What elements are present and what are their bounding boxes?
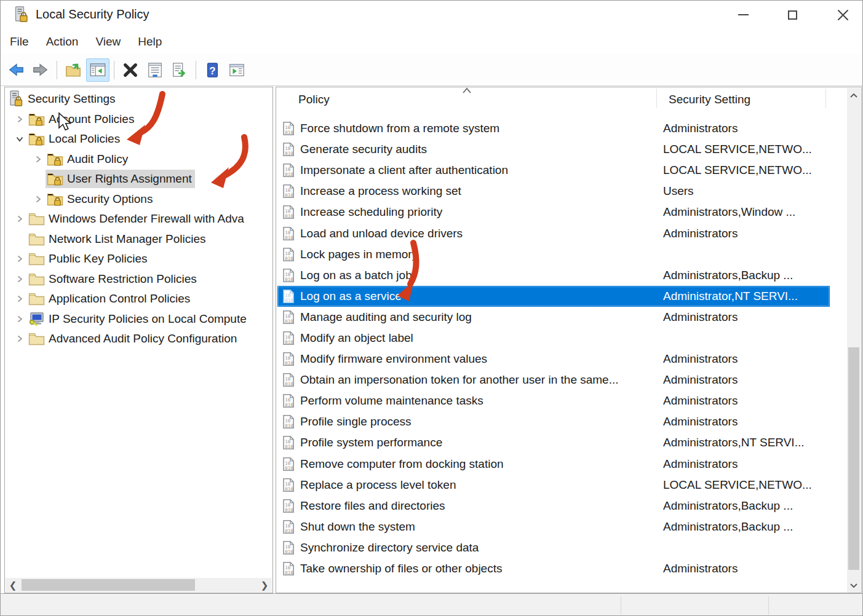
expand-icon[interactable]: [12, 115, 27, 124]
policy-row[interactable]: Replace a process level token LOCAL SERV…: [277, 475, 830, 496]
collapse-icon[interactable]: [12, 135, 27, 143]
tree-item-body[interactable]: Audit Policy: [46, 150, 131, 168]
tree-item-public-key-policies[interactable]: Public Key Policies: [5, 249, 272, 269]
menu-view[interactable]: View: [87, 29, 129, 54]
tree-item-body[interactable]: Local Policies: [27, 130, 123, 148]
policy-row[interactable]: Modify firmware environment values Admin…: [277, 349, 830, 369]
export-list-button[interactable]: [168, 58, 191, 82]
menu-action[interactable]: Action: [38, 29, 87, 54]
list-vertical-scrollbar[interactable]: [847, 88, 861, 593]
properties-button[interactable]: [143, 58, 167, 82]
tree-item-security-settings[interactable]: Security Settings: [5, 89, 272, 109]
tree-item-body[interactable]: Network List Manager Policies: [27, 230, 209, 248]
policy-row[interactable]: Profile system performance Administrator…: [277, 432, 830, 453]
policy-row[interactable]: Increase a process working set Users: [277, 181, 830, 202]
tree-item-body[interactable]: Public Key Policies: [27, 250, 151, 268]
close-button[interactable]: [825, 1, 861, 29]
tree-horizontal-scrollbar[interactable]: ❮ ❯: [6, 578, 272, 592]
policy-doc-icon: [281, 540, 295, 555]
scroll-down-icon[interactable]: [847, 578, 861, 593]
tree-item-application-control-policies[interactable]: Application Control Policies: [5, 289, 272, 309]
tree-item-label: Local Policies: [49, 132, 120, 146]
tree-item-software-restriction-policies[interactable]: Software Restriction Policies: [5, 269, 272, 290]
policy-row[interactable]: Remove computer from docking station Adm…: [277, 454, 830, 475]
policy-row[interactable]: Generate security audits LOCAL SERVICE,N…: [277, 139, 830, 160]
policy-row[interactable]: Manage auditing and security log Adminis…: [277, 307, 830, 328]
policy-row[interactable]: Shut down the system Administrators,Back…: [277, 516, 830, 537]
policy-row[interactable]: Log on as a service Administrator,NT SER…: [277, 286, 830, 307]
policy-row[interactable]: Take ownership of files or other objects…: [277, 558, 830, 579]
scroll-up-icon[interactable]: [847, 88, 861, 103]
folder-icon: [28, 331, 45, 346]
tree-item-body[interactable]: Software Restriction Policies: [27, 270, 200, 288]
column-divider[interactable]: [656, 89, 657, 108]
maximize-button[interactable]: [774, 1, 810, 29]
policy-doc-icon: [281, 457, 295, 472]
up-one-level-button[interactable]: [62, 58, 85, 82]
scrollbar-thumb[interactable]: [22, 579, 195, 591]
tree-item-body[interactable]: Windows Defender Firewall with Adva: [27, 210, 247, 228]
new-window-button[interactable]: [225, 58, 249, 82]
tree-item-body[interactable]: Account Policies: [27, 110, 137, 128]
policy-row[interactable]: Load and unload device drivers Administr…: [277, 223, 830, 243]
back-button[interactable]: [4, 58, 28, 82]
tree-item-body[interactable]: Application Control Policies: [27, 290, 193, 308]
tree-item-body[interactable]: IP Security Policies on Local Compute: [27, 310, 250, 328]
policy-row[interactable]: Obtain an impersonation token for anothe…: [277, 369, 830, 390]
tree-item-body[interactable]: User Rights Assignment: [46, 170, 195, 188]
tree-item-security-options[interactable]: Security Options: [5, 189, 272, 210]
tree-item-account-policies[interactable]: Account Policies: [5, 109, 272, 130]
policy-row[interactable]: Impersonate a client after authenticatio…: [277, 160, 830, 181]
menu-help[interactable]: Help: [129, 29, 170, 54]
tree-item-windows-defender-firewall-with-adva[interactable]: Windows Defender Firewall with Adva: [5, 209, 272, 229]
policy-row[interactable]: Synchronize directory service data: [277, 537, 830, 558]
policy-row[interactable]: Restore files and directories Administra…: [277, 496, 830, 516]
tree-item-user-rights-assignment[interactable]: User Rights Assignment: [5, 169, 272, 189]
policy-row[interactable]: Force shutdown from a remote system Admi…: [277, 118, 830, 139]
policy-row[interactable]: Profile single process Administrators: [277, 411, 830, 432]
tree-item-label: Public Key Policies: [49, 252, 148, 266]
column-divider[interactable]: [825, 89, 826, 108]
tree-item-network-list-manager-policies[interactable]: Network List Manager Policies: [5, 229, 272, 250]
expand-icon[interactable]: [31, 155, 46, 164]
tree-item-advanced-audit-policy-configuration[interactable]: Advanced Audit Policy Configuration: [5, 329, 272, 349]
expand-icon[interactable]: [12, 255, 27, 263]
policy-row[interactable]: Perform volume maintenance tasks Adminis…: [277, 390, 830, 411]
policy-name-cell: Remove computer from docking station: [300, 457, 652, 471]
tree-item-audit-policy[interactable]: Audit Policy: [5, 149, 272, 170]
help-button[interactable]: ?: [201, 58, 224, 82]
expand-icon[interactable]: [12, 334, 27, 343]
tree-item-body[interactable]: Advanced Audit Policy Configuration: [27, 330, 240, 348]
column-header-security-setting[interactable]: Security Setting: [669, 93, 750, 106]
policy-doc-icon: [281, 184, 295, 199]
expand-icon[interactable]: [12, 315, 27, 323]
policy-name-cell: Restore files and directories: [300, 499, 652, 513]
delete-button[interactable]: [119, 58, 142, 82]
menu-file[interactable]: File: [1, 29, 38, 54]
policy-row[interactable]: Lock pages in memory: [277, 244, 830, 265]
minimize-button[interactable]: [725, 1, 761, 29]
security-setting-cell: Administrators,Backup ...: [663, 269, 793, 282]
scroll-right-icon[interactable]: ❯: [257, 578, 272, 592]
policy-row[interactable]: Modify an object label: [277, 328, 830, 349]
tree-item-local-policies[interactable]: Local Policies: [5, 129, 272, 149]
expand-icon[interactable]: [12, 275, 27, 283]
tree-item-body[interactable]: Security Options: [46, 190, 156, 208]
scroll-left-icon[interactable]: ❮: [6, 578, 20, 592]
expand-icon[interactable]: [12, 294, 27, 303]
new-window-icon: [228, 61, 245, 79]
expand-icon[interactable]: [12, 215, 27, 223]
scrollbar-track[interactable]: [20, 578, 257, 592]
show-console-tree-button[interactable]: [86, 58, 109, 82]
expand-icon[interactable]: [31, 195, 46, 203]
policy-row[interactable]: Increase scheduling priority Administrat…: [277, 202, 830, 223]
tree-item-ip-security-policies-on-local-compute[interactable]: IP Security Policies on Local Compute: [5, 309, 272, 330]
expander-icon: [31, 175, 46, 183]
security-setting-cell: Administrators: [663, 415, 738, 428]
folder-icon: [28, 211, 45, 226]
tree-item-body[interactable]: Security Settings: [7, 89, 119, 109]
column-header-policy[interactable]: Policy: [298, 93, 330, 106]
forward-button[interactable]: [29, 58, 52, 82]
policy-row[interactable]: Log on as a batch job Administrators,Bac…: [277, 265, 830, 286]
scrollbar-thumb[interactable]: [848, 347, 859, 570]
